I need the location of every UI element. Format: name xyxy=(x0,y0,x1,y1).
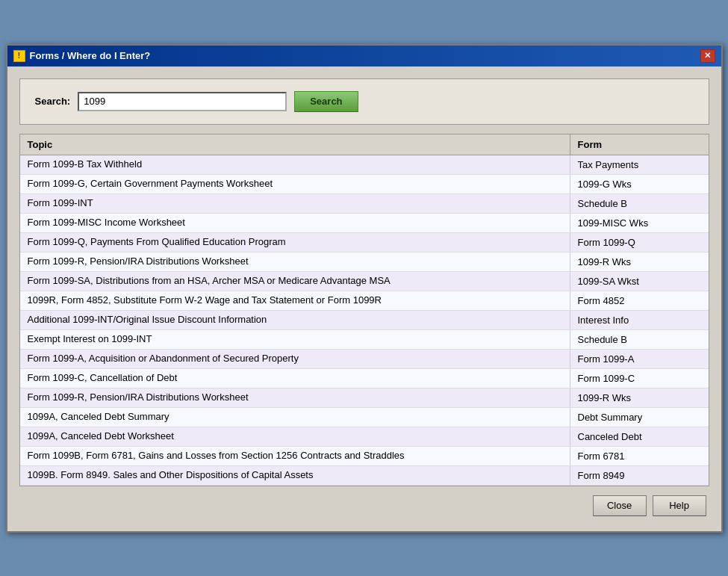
form-cell: 1099-R Wks xyxy=(570,388,709,407)
title-bar: ! Forms / Where do I Enter? ✕ xyxy=(7,46,721,66)
bottom-buttons: Close Help xyxy=(19,486,709,519)
search-input[interactable] xyxy=(78,92,287,111)
topic-cell: Form 1099-R, Pension/IRA Distributions W… xyxy=(20,253,570,271)
window-body: Search: Search Topic Form Form 1099-B Ta… xyxy=(7,66,721,531)
topic-cell: Form 1099-B Tax Withheld xyxy=(20,155,570,174)
close-button[interactable]: Close xyxy=(593,495,647,516)
table-row[interactable]: Form 1099-G, Certain Government Payments… xyxy=(20,175,709,194)
window-icon: ! xyxy=(13,50,25,62)
table-row[interactable]: Form 1099-SA, Distributions from an HSA,… xyxy=(20,272,709,291)
search-area: Search: Search xyxy=(19,78,709,125)
form-cell: 1099-SA Wkst xyxy=(570,272,709,291)
topic-cell: Additional 1099-INT/Original Issue Disco… xyxy=(20,311,570,329)
form-cell: Canceled Debt xyxy=(570,427,709,446)
form-cell: Schedule B xyxy=(570,330,709,349)
topic-cell: Form 1099-C, Cancellation of Debt xyxy=(20,369,570,388)
topic-cell: Exempt Interest on 1099-INT xyxy=(20,330,570,349)
table-row[interactable]: Form 1099-INT Schedule B xyxy=(20,194,709,214)
table-row[interactable]: Form 1099-A, Acquisition or Abandonment … xyxy=(20,350,709,369)
topic-cell: Form 1099-SA, Distributions from an HSA,… xyxy=(20,272,570,291)
search-button[interactable]: Search xyxy=(294,91,358,112)
title-bar-left: ! Forms / Where do I Enter? xyxy=(13,50,151,62)
table-header: Topic Form xyxy=(20,134,709,155)
results-table: Topic Form Form 1099-B Tax Withheld Tax … xyxy=(19,134,709,486)
form-cell: Schedule B xyxy=(570,194,709,213)
topic-cell: 1099R, Form 4852, Substitute Form W-2 Wa… xyxy=(20,291,570,310)
table-row[interactable]: 1099R, Form 4852, Substitute Form W-2 Wa… xyxy=(20,291,709,311)
topic-cell: 1099B. Form 8949. Sales and Other Dispos… xyxy=(20,466,570,485)
table-row[interactable]: 1099A, Canceled Debt Summary Debt Summar… xyxy=(20,408,709,427)
form-cell: 1099-MISC Wks xyxy=(570,214,709,232)
search-label: Search: xyxy=(35,96,71,107)
help-button[interactable]: Help xyxy=(653,495,706,516)
table-row[interactable]: Exempt Interest on 1099-INT Schedule B xyxy=(20,330,709,350)
topic-cell: Form 1099-MISC Income Worksheet xyxy=(20,214,570,232)
topic-cell: Form 1099-R, Pension/IRA Distributions W… xyxy=(20,388,570,407)
form-cell: Form 1099-Q xyxy=(570,233,709,252)
main-window: ! Forms / Where do I Enter? ✕ Search: Se… xyxy=(6,44,723,533)
topic-cell: Form 1099B, Form 6781, Gains and Losses … xyxy=(20,447,570,465)
table-row[interactable]: Form 1099-MISC Income Worksheet 1099-MIS… xyxy=(20,214,709,233)
topic-cell: 1099A, Canceled Debt Summary xyxy=(20,408,570,427)
form-cell: Interest Info xyxy=(570,311,709,329)
form-cell: 1099-R Wks xyxy=(570,253,709,271)
window-close-button[interactable]: ✕ xyxy=(700,49,715,63)
table-row[interactable]: 1099B. Form 8949. Sales and Other Dispos… xyxy=(20,466,709,486)
form-cell: Form 8949 xyxy=(570,466,709,485)
form-cell: Form 1099-C xyxy=(570,369,709,388)
table-scroll[interactable]: Form 1099-B Tax Withheld Tax Payments Fo… xyxy=(20,155,709,486)
topic-cell: Form 1099-G, Certain Government Payments… xyxy=(20,175,570,193)
table-row[interactable]: Additional 1099-INT/Original Issue Disco… xyxy=(20,311,709,330)
table-row[interactable]: Form 1099B, Form 6781, Gains and Losses … xyxy=(20,447,709,466)
col-form-header: Form xyxy=(570,134,709,155)
table-row[interactable]: Form 1099-C, Cancellation of Debt Form 1… xyxy=(20,369,709,388)
topic-cell: Form 1099-Q, Payments From Qualified Edu… xyxy=(20,233,570,252)
form-cell: Form 1099-A xyxy=(570,350,709,368)
topic-cell: 1099A, Canceled Debt Worksheet xyxy=(20,427,570,446)
table-row[interactable]: Form 1099-R, Pension/IRA Distributions W… xyxy=(20,388,709,408)
form-cell: Tax Payments xyxy=(570,155,709,174)
table-row[interactable]: Form 1099-B Tax Withheld Tax Payments xyxy=(20,155,709,175)
form-cell: 1099-G Wks xyxy=(570,175,709,193)
form-cell: Form 4852 xyxy=(570,291,709,310)
table-row[interactable]: 1099A, Canceled Debt Worksheet Canceled … xyxy=(20,427,709,447)
form-cell: Form 6781 xyxy=(570,447,709,465)
table-row[interactable]: Form 1099-R, Pension/IRA Distributions W… xyxy=(20,253,709,272)
topic-cell: Form 1099-A, Acquisition or Abandonment … xyxy=(20,350,570,368)
form-cell: Debt Summary xyxy=(570,408,709,427)
topic-cell: Form 1099-INT xyxy=(20,194,570,213)
col-topic-header: Topic xyxy=(20,134,570,155)
table-row[interactable]: Form 1099-Q, Payments From Qualified Edu… xyxy=(20,233,709,253)
window-title: Forms / Where do I Enter? xyxy=(30,50,151,61)
